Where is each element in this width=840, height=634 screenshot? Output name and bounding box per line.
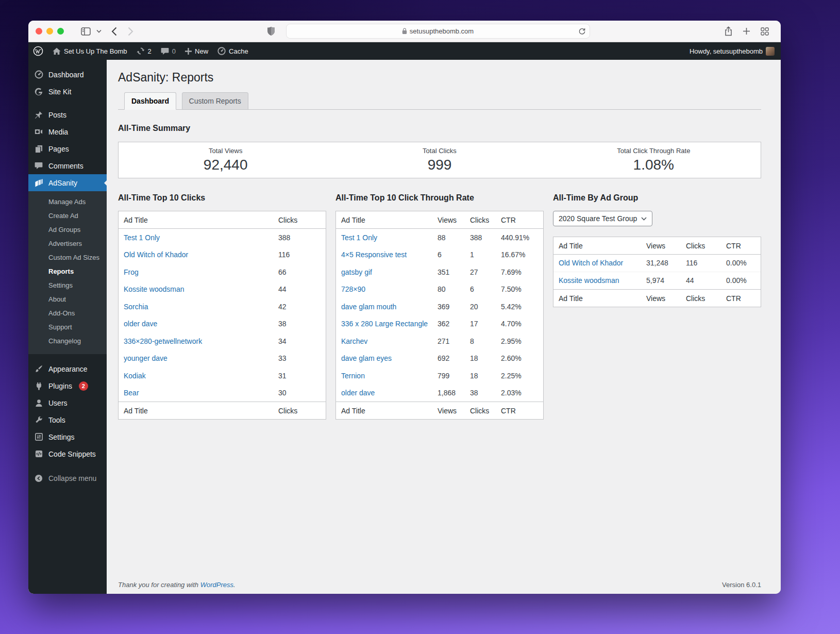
ad-title-link[interactable]: older dave bbox=[124, 320, 157, 328]
wp-logo-menu[interactable] bbox=[28, 42, 48, 60]
ad-title-link[interactable]: Frog bbox=[124, 268, 139, 276]
submenu-changelog[interactable]: Changelog bbox=[28, 334, 107, 348]
col-header-clicks: Clicks bbox=[470, 216, 501, 224]
minimize-window-button[interactable] bbox=[46, 28, 53, 35]
new-content-menu[interactable]: New bbox=[180, 42, 213, 60]
table-row: Ternion 799 18 2.25% bbox=[336, 367, 543, 385]
comments-menu[interactable]: 0 bbox=[156, 42, 180, 60]
views-value: 88 bbox=[438, 233, 470, 242]
submenu-support[interactable]: Support bbox=[28, 320, 107, 334]
ad-title-link[interactable]: gatsby gif bbox=[341, 268, 372, 276]
zoom-window-button[interactable] bbox=[57, 28, 64, 35]
ad-title-link[interactable]: dave glam eyes bbox=[341, 354, 392, 362]
ad-title-link[interactable]: 4×5 Responsive test bbox=[341, 251, 407, 259]
cache-menu[interactable]: Cache bbox=[213, 42, 253, 60]
submenu-advertisers[interactable]: Advertisers bbox=[28, 237, 107, 251]
ad-title-link[interactable]: Karchev bbox=[341, 337, 367, 345]
col-header-clicks: Clicks bbox=[686, 242, 726, 250]
ad-title-link[interactable]: Bear bbox=[124, 389, 139, 397]
clicks-value: 388 bbox=[278, 233, 321, 242]
chevron-down-icon[interactable] bbox=[96, 29, 102, 33]
wordpress-link[interactable]: WordPress bbox=[200, 581, 233, 589]
sidebar-item-settings[interactable]: Settings bbox=[28, 428, 107, 445]
table-row: Kossite woodsman 44 bbox=[119, 281, 326, 298]
ctr-value: 440.91% bbox=[501, 233, 538, 242]
ctr-value: 5.42% bbox=[501, 303, 538, 311]
submenu-add-ons[interactable]: Add-Ons bbox=[28, 306, 107, 320]
sidebar-item-code-snippets[interactable]: Code Snippets bbox=[28, 445, 107, 462]
sidebar-item-appearance[interactable]: Appearance bbox=[28, 360, 107, 377]
ad-title-link[interactable]: Old Witch of Khador bbox=[559, 259, 623, 267]
tab-dashboard[interactable]: Dashboard bbox=[124, 92, 176, 110]
col-footer-clicks: Clicks bbox=[686, 294, 726, 303]
sidebar-item-media[interactable]: Media bbox=[28, 123, 107, 140]
ad-title-link[interactable]: Test 1 Only bbox=[341, 233, 377, 242]
ad-title-link[interactable]: Kodiak bbox=[124, 372, 146, 380]
sidebar-item-plugins[interactable]: Plugins 2 bbox=[28, 377, 107, 394]
wp-admin-footer: Thank you for creating with WordPress. V… bbox=[118, 581, 761, 594]
table-header-row: Ad Title Views Clicks CTR bbox=[553, 237, 761, 255]
main-content: AdSanity: Reports Dashboard Custom Repor… bbox=[107, 60, 781, 594]
close-window-button[interactable] bbox=[36, 28, 42, 35]
new-tab-icon[interactable] bbox=[743, 27, 750, 35]
reload-icon[interactable] bbox=[579, 28, 585, 35]
ad-title-link[interactable]: 336 x 280 Large Rectangle bbox=[341, 320, 428, 328]
submenu-manage-ads[interactable]: Manage Ads bbox=[28, 195, 107, 209]
tab-overview-icon[interactable] bbox=[761, 27, 769, 36]
sidebar-toggle-icon[interactable] bbox=[81, 27, 91, 36]
ctr-value: 0.00% bbox=[726, 259, 755, 267]
my-account-menu[interactable]: Howdy, setusupthebomb bbox=[685, 47, 775, 56]
table-row: 728×90 80 6 7.50% bbox=[336, 281, 543, 298]
site-name-label: Set Us Up The Bomb bbox=[64, 47, 127, 55]
sidebar-item-posts[interactable]: Posts bbox=[28, 106, 107, 123]
sidebar-item-pages[interactable]: Pages bbox=[28, 140, 107, 157]
sidebar-item-tools[interactable]: Tools bbox=[28, 411, 107, 428]
plug-icon bbox=[33, 382, 44, 390]
forward-button[interactable] bbox=[128, 27, 133, 36]
updates-menu[interactable]: 2 bbox=[132, 42, 156, 60]
collapse-arrow-icon bbox=[33, 474, 44, 482]
address-bar[interactable]: setusupthebomb.com bbox=[286, 24, 590, 39]
sidebar-item-comments[interactable]: Comments bbox=[28, 157, 107, 174]
ad-title-link[interactable]: Ternion bbox=[341, 372, 365, 380]
ad-title-link[interactable]: Kossite woodsman bbox=[559, 276, 619, 285]
ad-title-link[interactable]: older dave bbox=[341, 389, 375, 397]
ad-title-link[interactable]: Sorchia bbox=[124, 303, 148, 311]
submenu-create-ad[interactable]: Create Ad bbox=[28, 209, 107, 223]
site-name-menu[interactable]: Set Us Up The Bomb bbox=[48, 42, 132, 60]
col-header-ad-title: Ad Title bbox=[559, 242, 646, 250]
col-footer-ctr: CTR bbox=[501, 407, 538, 415]
sidebar-item-site-kit[interactable]: Site Kit bbox=[28, 83, 107, 100]
table-row: older dave 38 bbox=[119, 315, 326, 333]
ad-title-link[interactable]: Test 1 Only bbox=[124, 233, 160, 242]
col-header-clicks: Clicks bbox=[278, 216, 321, 224]
wp-admin-bar: Set Us Up The Bomb 2 0 New Cache bbox=[28, 42, 781, 60]
ad-group-select[interactable]: 2020 Square Test Group bbox=[553, 211, 652, 226]
collapse-menu-button[interactable]: Collapse menu bbox=[28, 470, 107, 487]
views-value: 31,248 bbox=[646, 259, 686, 267]
ad-title-link[interactable]: 336×280-getwellnetwork bbox=[124, 337, 202, 345]
sidebar-item-users[interactable]: Users bbox=[28, 394, 107, 411]
table-row: Kossite woodsman 5,974 44 0.00% bbox=[553, 272, 761, 290]
back-button[interactable] bbox=[111, 27, 117, 36]
submenu-settings[interactable]: Settings bbox=[28, 278, 107, 292]
clicks-value: 38 bbox=[278, 320, 321, 328]
tab-custom-reports[interactable]: Custom Reports bbox=[182, 92, 248, 110]
ad-title-link[interactable]: dave glam mouth bbox=[341, 303, 396, 311]
ad-title-link[interactable]: younger dave bbox=[124, 354, 167, 362]
sidebar-item-adsanity[interactable]: AdSanity bbox=[28, 174, 107, 191]
ad-title-link[interactable]: Old Witch of Khador bbox=[124, 251, 188, 259]
ad-title-link[interactable]: 728×90 bbox=[341, 285, 365, 293]
submenu-about[interactable]: About bbox=[28, 292, 107, 306]
clicks-value: 34 bbox=[278, 337, 321, 345]
ad-title-link[interactable]: Kossite woodsman bbox=[124, 285, 184, 293]
sidebar-item-label: Comments bbox=[48, 162, 83, 170]
reports-tab-bar: Dashboard Custom Reports bbox=[118, 92, 761, 110]
submenu-ad-groups[interactable]: Ad Groups bbox=[28, 223, 107, 237]
share-icon[interactable] bbox=[725, 26, 732, 36]
sidebar-item-dashboard[interactable]: Dashboard bbox=[28, 66, 107, 83]
privacy-shield-icon[interactable] bbox=[267, 26, 275, 36]
submenu-reports[interactable]: Reports bbox=[28, 264, 107, 278]
sidebar-item-label: Site Kit bbox=[48, 88, 71, 96]
submenu-custom-ad-sizes[interactable]: Custom Ad Sizes bbox=[28, 251, 107, 264]
